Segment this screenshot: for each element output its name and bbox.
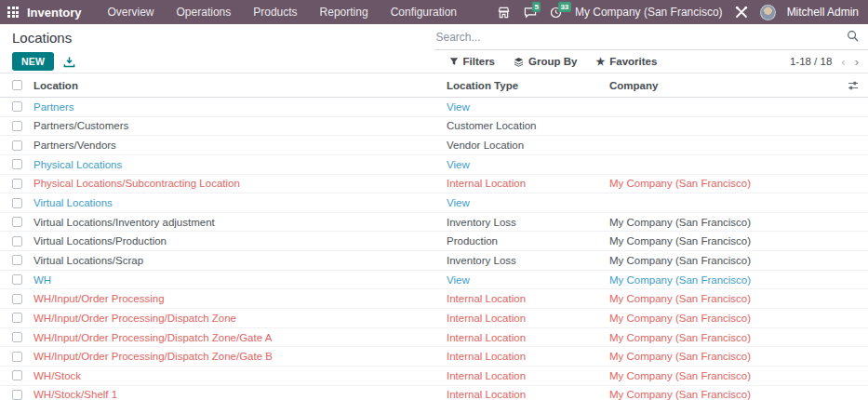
cell-location-type[interactable]: Internal Location bbox=[447, 313, 609, 324]
cell-location[interactable]: Partners/Vendors bbox=[33, 140, 447, 151]
column-header-location-type[interactable]: Location Type bbox=[447, 80, 609, 91]
user-name[interactable]: Mitchell Admin bbox=[787, 6, 859, 19]
cell-company[interactable]: My Company (San Francisco) bbox=[609, 332, 842, 343]
column-header-location[interactable]: Location bbox=[33, 80, 447, 91]
company-switcher[interactable]: My Company (San Francisco) bbox=[575, 6, 723, 19]
cell-company[interactable]: My Company (San Francisco) bbox=[609, 313, 842, 324]
cell-location-type[interactable]: Internal Location bbox=[447, 293, 609, 304]
activities-clock-icon[interactable]: 33 bbox=[549, 5, 564, 20]
cell-location-type[interactable]: Internal Location bbox=[447, 178, 609, 189]
cell-company[interactable]: My Company (San Francisco) bbox=[609, 255, 842, 266]
cell-location-type[interactable]: View bbox=[447, 159, 609, 170]
cell-location[interactable]: WH/Input/Order Processing bbox=[33, 293, 447, 304]
cell-company[interactable]: My Company (San Francisco) bbox=[609, 351, 842, 362]
menu-reporting[interactable]: Reporting bbox=[311, 0, 378, 24]
row-checkbox[interactable] bbox=[12, 274, 22, 285]
table-row[interactable]: Partners/Customers Customer Location bbox=[0, 117, 868, 137]
cell-location-type[interactable]: Customer Location bbox=[447, 120, 609, 131]
cell-company[interactable]: My Company (San Francisco) bbox=[609, 274, 842, 286]
pager-previous-chevron[interactable]: ‹ bbox=[841, 55, 845, 69]
row-checkbox[interactable] bbox=[12, 140, 22, 151]
row-checkbox[interactable] bbox=[12, 255, 22, 265]
cell-location-type[interactable]: View bbox=[447, 274, 609, 286]
row-checkbox[interactable] bbox=[12, 179, 22, 189]
row-checkbox[interactable] bbox=[12, 101, 22, 112]
cell-company[interactable]: My Company (San Francisco) bbox=[609, 293, 842, 304]
cell-location-type[interactable]: View bbox=[447, 197, 609, 208]
cell-company[interactable]: My Company (San Francisco) bbox=[609, 178, 842, 189]
cell-location-type[interactable]: Inventory Loss bbox=[447, 255, 609, 266]
table-row[interactable]: WH/Stock Internal Location My Company (S… bbox=[0, 367, 868, 386]
menu-products[interactable]: Products bbox=[244, 0, 306, 24]
cell-location[interactable]: Physical Locations/Subcontracting Locati… bbox=[33, 178, 447, 189]
search-input[interactable] bbox=[436, 31, 848, 44]
table-row[interactable]: WH/Stock/Shelf 1 Internal Location My Co… bbox=[0, 386, 868, 400]
menu-configuration[interactable]: Configuration bbox=[381, 0, 466, 24]
row-checkbox[interactable] bbox=[12, 390, 22, 400]
row-checkbox[interactable] bbox=[12, 370, 22, 380]
table-row[interactable]: Physical Locations View bbox=[0, 155, 868, 175]
cell-location[interactable]: Virtual Locations/Inventory adjustment bbox=[33, 217, 447, 228]
apps-grid-icon[interactable] bbox=[7, 7, 19, 18]
cell-location-type[interactable]: Internal Location bbox=[447, 351, 609, 362]
table-row[interactable]: Virtual Locations/Scrap Inventory Loss M… bbox=[0, 251, 868, 271]
messages-icon[interactable]: 5 bbox=[523, 5, 538, 20]
column-header-company[interactable]: Company bbox=[609, 80, 842, 91]
table-row[interactable]: Virtual Locations View bbox=[0, 193, 868, 213]
row-checkbox[interactable] bbox=[12, 294, 22, 304]
cell-location-type[interactable]: Vendor Location bbox=[447, 140, 609, 151]
cell-location[interactable]: Physical Locations bbox=[33, 159, 447, 170]
cell-location[interactable]: WH bbox=[33, 274, 447, 286]
cell-location[interactable]: Partners bbox=[33, 101, 447, 113]
cell-location-type[interactable]: Production bbox=[447, 235, 609, 247]
menu-operations[interactable]: Operations bbox=[167, 0, 241, 24]
row-checkbox[interactable] bbox=[12, 313, 22, 323]
cell-location-type[interactable]: Inventory Loss bbox=[447, 217, 609, 228]
app-name[interactable]: Inventory bbox=[27, 6, 82, 20]
cell-location[interactable]: WH/Stock/Shelf 1 bbox=[33, 389, 447, 400]
menu-overview[interactable]: Overview bbox=[99, 0, 164, 24]
tools-icon[interactable] bbox=[734, 5, 749, 20]
cell-location[interactable]: Virtual Locations/Scrap bbox=[33, 255, 447, 266]
cell-company[interactable]: My Company (San Francisco) bbox=[609, 217, 842, 228]
row-checkbox[interactable] bbox=[12, 217, 22, 227]
table-row[interactable]: WH/Input/Order Processing Internal Locat… bbox=[0, 289, 868, 309]
table-row[interactable]: Partners View bbox=[0, 98, 868, 117]
magnifier-icon[interactable] bbox=[847, 29, 859, 46]
import-records-icon[interactable] bbox=[63, 56, 75, 68]
shop-icon[interactable] bbox=[497, 5, 512, 20]
row-checkbox[interactable] bbox=[12, 159, 22, 169]
group-by-button[interactable]: Group By bbox=[514, 56, 577, 67]
new-button[interactable]: NEW bbox=[12, 52, 54, 71]
table-row[interactable]: WH View My Company (San Francisco) bbox=[0, 271, 868, 290]
favorites-button[interactable]: ★ Favorites bbox=[595, 56, 657, 67]
row-checkbox[interactable] bbox=[12, 121, 22, 131]
select-all-checkbox[interactable] bbox=[12, 80, 22, 90]
cell-company[interactable]: My Company (San Francisco) bbox=[609, 389, 842, 400]
cell-location[interactable]: Virtual Locations/Production bbox=[33, 235, 447, 247]
row-checkbox[interactable] bbox=[12, 236, 22, 247]
row-checkbox[interactable] bbox=[12, 198, 22, 208]
cell-location-type[interactable]: Internal Location bbox=[447, 370, 609, 381]
table-row[interactable]: WH/Input/Order Processing/Dispatch Zone … bbox=[0, 309, 868, 328]
cell-location[interactable]: WH/Stock bbox=[33, 370, 447, 381]
table-row[interactable]: WH/Input/Order Processing/Dispatch Zone/… bbox=[0, 328, 868, 348]
cell-location[interactable]: Virtual Locations bbox=[33, 197, 447, 208]
cell-company[interactable]: My Company (San Francisco) bbox=[609, 235, 842, 247]
cell-location-type[interactable]: View bbox=[447, 101, 609, 113]
cell-company[interactable]: My Company (San Francisco) bbox=[609, 370, 842, 381]
table-row[interactable]: WH/Input/Order Processing/Dispatch Zone/… bbox=[0, 347, 868, 367]
table-row[interactable]: Partners/Vendors Vendor Location bbox=[0, 136, 868, 155]
cell-location[interactable]: WH/Input/Order Processing/Dispatch Zone bbox=[33, 313, 447, 324]
table-row[interactable]: Virtual Locations/Production Production … bbox=[0, 232, 868, 251]
table-row[interactable]: Physical Locations/Subcontracting Locati… bbox=[0, 175, 868, 194]
row-checkbox[interactable] bbox=[12, 352, 22, 362]
optional-columns-sliders-icon[interactable] bbox=[842, 80, 868, 91]
cell-location[interactable]: WH/Input/Order Processing/Dispatch Zone/… bbox=[33, 332, 447, 343]
cell-location-type[interactable]: Internal Location bbox=[447, 389, 609, 400]
table-row[interactable]: Virtual Locations/Inventory adjustment I… bbox=[0, 213, 868, 233]
pager-next-chevron[interactable]: › bbox=[855, 55, 859, 69]
row-checkbox[interactable] bbox=[12, 332, 22, 342]
filters-button[interactable]: Filters bbox=[449, 56, 496, 67]
cell-location-type[interactable]: Internal Location bbox=[447, 332, 609, 343]
